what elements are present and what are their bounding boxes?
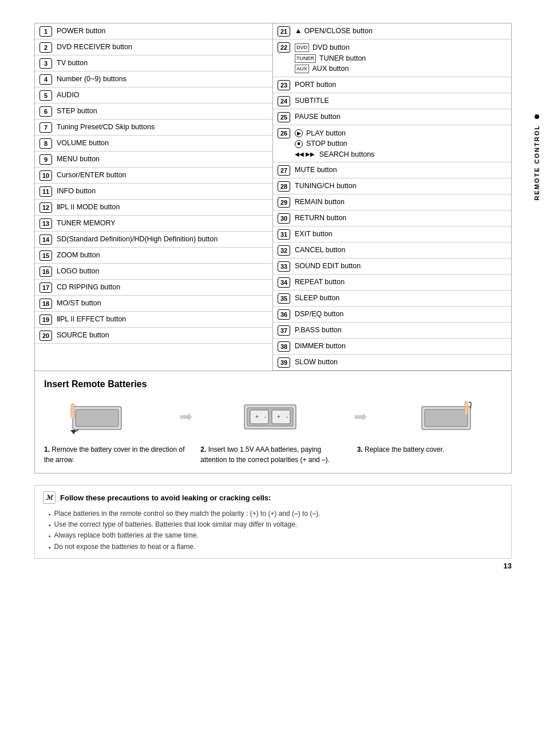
button-reference-table: 1POWER button2DVD RECEIVER button3TV but… [34, 23, 512, 371]
right-item-39: 39SLOW button [273, 355, 511, 371]
right-item-21: 21▲OPEN/CLOSE button [273, 23, 511, 39]
left-item-2: 2DVD RECEIVER button [35, 39, 272, 55]
item-number-38: 38 [278, 341, 290, 352]
svg-rect-11 [425, 409, 468, 427]
note-icon: ℳ [43, 491, 56, 504]
item-number-15: 15 [39, 250, 52, 261]
item-label-3: TV button [57, 58, 88, 69]
batteries-section: Insert Remote Batteries [34, 371, 512, 474]
item-number-30: 30 [278, 213, 290, 224]
right-item-32: 32CANCEL button [273, 242, 511, 258]
right-item-26: 26▶PLAY button■STOP button◀◀ ▶▶SEARCH bu… [273, 125, 511, 163]
svg-rect-1 [76, 409, 118, 427]
right-column: 21▲OPEN/CLOSE button22DVDDVD buttonTUNER… [273, 23, 511, 371]
item-label-24: SUBTITLE [295, 96, 329, 106]
item-label-17: CD RIPPING button [57, 282, 120, 293]
item-label-38: DIMMER button [295, 341, 346, 352]
right-item-36: 36DSP/EQ button [273, 307, 511, 323]
precautions-section: ℳ Follow these precautions to avoid leak… [34, 485, 512, 559]
item-label-31: EXIT button [295, 229, 333, 240]
item-number-33: 33 [278, 261, 290, 272]
item-number-16: 16 [39, 266, 52, 277]
item-number-3: 3 [39, 58, 52, 69]
right-item-23: 23PORT button [273, 77, 511, 93]
left-item-10: 10Cursor/ENTER button [35, 168, 272, 184]
item-number-5: 5 [39, 90, 52, 101]
svg-text:+: + [277, 413, 280, 420]
right-item-29: 29REMAIN button [273, 194, 511, 210]
item-number-6: 6 [39, 106, 52, 117]
right-item-38: 38DIMMER button [273, 339, 511, 355]
battery-step-3: 3. Replace the battery cover. [357, 444, 502, 465]
right-item-35: 35SLEEP button [273, 291, 511, 307]
item-number-17: 17 [39, 282, 52, 293]
item-label-23: PORT button [295, 79, 337, 90]
right-item-22: 22DVDDVD buttonTUNERTUNER buttonAUXAUX b… [273, 39, 511, 77]
item-label-25: PAUSE button [295, 112, 341, 122]
item-label-28: TUNING/CH button [295, 181, 357, 192]
item-number-7: 7 [39, 122, 52, 133]
item-number-24: 24 [278, 96, 290, 106]
item-number-22: 22 [278, 42, 290, 53]
item-number-32: 32 [278, 245, 290, 256]
item-label-33: SOUND EDIT button [295, 261, 361, 272]
svg-text:+: + [255, 413, 259, 420]
item-number-34: 34 [278, 277, 290, 288]
item-number-11: 11 [39, 186, 52, 197]
svg-text:-: - [264, 413, 266, 420]
item-number-13: 13 [39, 218, 52, 229]
precautions-title: ℳ Follow these precautions to avoid leak… [43, 491, 503, 504]
left-item-17: 17CD RIPPING button [35, 280, 272, 296]
item-label-37: P.BASS button [295, 325, 342, 336]
item-number-37: 37 [278, 325, 290, 336]
item-number-1: 1 [39, 26, 52, 37]
right-item-30: 30RETURN button [273, 210, 511, 226]
batteries-diagrams: ➡ + - + - ➡ [44, 396, 502, 436]
battery-remove-svg [67, 398, 130, 435]
item-number-39: 39 [278, 357, 290, 368]
left-item-13: 13TUNER MEMORY [35, 216, 272, 232]
left-item-19: 19ⅡPL II EFFECT button [35, 312, 272, 328]
item-label-10: Cursor/ENTER button [57, 170, 126, 181]
item-label-1: POWER button [57, 26, 105, 37]
item-label-29: REMAIN button [295, 197, 345, 208]
item-number-9: 9 [39, 154, 52, 165]
item-number-35: 35 [278, 293, 290, 304]
item-label-39: SLOW button [295, 357, 338, 368]
battery-step-2: 2. Insert two 1.5V AAA batteries, paying… [200, 444, 345, 465]
left-item-15: 15ZOOM button [35, 248, 272, 264]
step3-text: Replace the battery cover. [365, 445, 444, 453]
battery-diagram-2: + - + - [239, 396, 307, 436]
left-item-3: 3TV button [35, 55, 272, 71]
right-item-28: 28TUNING/CH button [273, 178, 511, 194]
item-number-36: 36 [278, 309, 290, 320]
page-number: 13 [504, 562, 512, 570]
left-column: 1POWER button2DVD RECEIVER button3TV but… [35, 23, 273, 371]
item-number-8: 8 [39, 138, 52, 149]
left-item-14: 14SD(Standard Definition)/HD(High Defini… [35, 232, 272, 248]
item-number-25: 25 [278, 112, 290, 122]
item-label-22: DVDDVD buttonTUNERTUNER buttonAUXAUX but… [295, 42, 366, 74]
item-number-26: 26 [278, 128, 290, 138]
left-item-11: 11INFO button [35, 184, 272, 200]
item-label-30: RETURN button [295, 213, 346, 224]
precautions-list: Place batteries in the remote control so… [43, 508, 503, 552]
item-number-12: 12 [39, 202, 52, 213]
item-label-4: Number (0~9) buttons [57, 74, 126, 85]
battery-step-1: 1. Remove the battery cover in the direc… [44, 444, 189, 465]
item-number-23: 23 [278, 80, 290, 90]
side-label: REMOTE CONTROL [533, 114, 540, 201]
battery-replace-svg [416, 398, 479, 435]
step1-num: 1. [44, 445, 50, 453]
battery-diagram-3 [413, 396, 482, 436]
item-label-12: ⅡPL II MODE button [57, 202, 120, 213]
batteries-title: Insert Remote Batteries [44, 379, 502, 389]
right-item-37: 37P.BASS button [273, 323, 511, 339]
item-label-27: MUTE button [295, 165, 337, 176]
item-label-20: SOURCE button [57, 330, 109, 341]
item-label-34: REPEAT button [295, 277, 345, 288]
side-label-text: REMOTE CONTROL [533, 125, 540, 201]
item-number-18: 18 [39, 299, 52, 309]
item-label-36: DSP/EQ button [295, 309, 343, 320]
step3-num: 3. [357, 445, 363, 453]
